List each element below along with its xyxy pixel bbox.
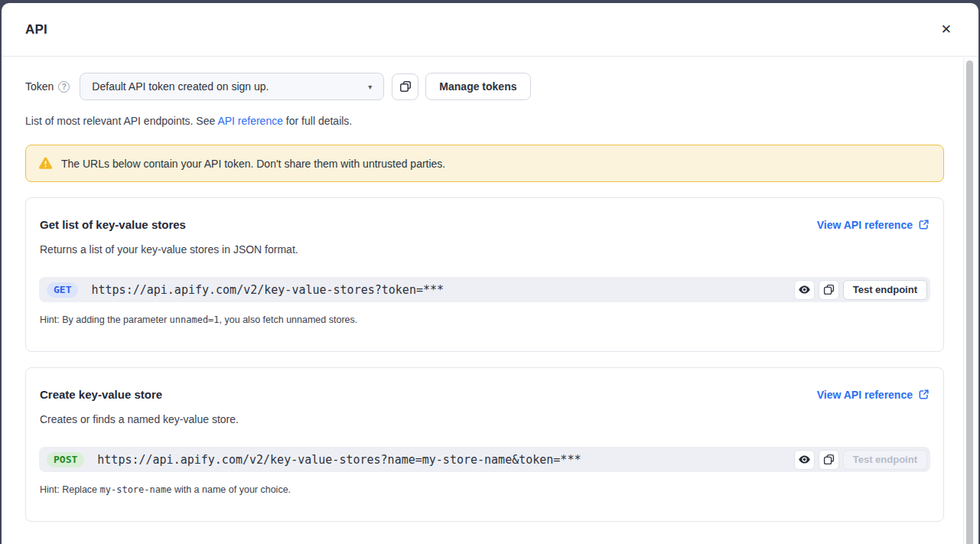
copy-url-button[interactable] — [819, 280, 839, 300]
page-title: API — [25, 22, 47, 37]
modal-body: Token ? Default API token created on sig… — [2, 57, 978, 522]
copy-icon — [823, 454, 835, 465]
copy-token-button[interactable] — [392, 73, 418, 100]
api-reference-link[interactable]: API reference — [217, 115, 283, 127]
copy-url-button[interactable] — [819, 450, 839, 470]
copy-icon — [823, 284, 835, 295]
token-label: Token — [25, 80, 54, 93]
method-badge: POST — [47, 452, 84, 467]
card-description: Creates or finds a named key-value store… — [39, 413, 930, 425]
eye-icon — [798, 283, 811, 296]
view-api-reference-link[interactable]: View API reference — [817, 389, 930, 401]
test-endpoint-button[interactable]: Test endpoint — [843, 450, 927, 470]
hint-code: unnamed=1 — [170, 314, 220, 325]
card-title: Create key-value store — [40, 388, 162, 401]
close-button[interactable]: ✕ — [938, 20, 955, 39]
endpoint-url-bar: GET https://api.apify.com/v2/key-value-s… — [39, 277, 930, 302]
token-row: Token ? Default API token created on sig… — [25, 73, 944, 100]
close-icon: ✕ — [941, 22, 952, 37]
chevron-down-icon: ▾ — [368, 83, 372, 91]
card-hint: Hint: Replace my-store-name with a name … — [39, 484, 930, 495]
api-modal: API ✕ Token ? Default API token created … — [2, 3, 978, 544]
manage-tokens-button[interactable]: Manage tokens — [425, 73, 530, 100]
endpoint-url-bar: POST https://api.apify.com/v2/key-value-… — [39, 447, 930, 472]
modal-header: API ✕ — [2, 3, 978, 57]
card-hint: Hint: By adding the parameter unnamed=1,… — [39, 314, 930, 325]
endpoint-url: https://api.apify.com/v2/key-value-store… — [97, 453, 793, 467]
card-description: Returns a list of your key-value stores … — [39, 243, 930, 256]
scrollbar-track — [963, 57, 975, 544]
endpoint-card-get-list: Get list of key-value stores View API re… — [25, 197, 944, 352]
card-title: Get list of key-value stores — [40, 218, 186, 231]
endpoint-url: https://api.apify.com/v2/key-value-store… — [91, 283, 793, 297]
reveal-token-button[interactable] — [794, 450, 815, 470]
intro-text: List of most relevant API endpoints. See… — [25, 115, 944, 127]
token-select-value: Default API token created on sign up. — [92, 80, 269, 93]
help-circle-icon[interactable]: ? — [58, 81, 70, 93]
eye-icon — [798, 453, 811, 466]
token-select[interactable]: Default API token created on sign up. ▾ — [80, 73, 384, 100]
view-api-reference-link[interactable]: View API reference — [817, 219, 930, 231]
copy-icon — [399, 80, 412, 93]
warning-banner: The URLs below contain your API token. D… — [25, 145, 944, 182]
warning-text: The URLs below contain your API token. D… — [61, 158, 445, 170]
test-endpoint-button[interactable]: Test endpoint — [843, 280, 927, 300]
external-link-icon — [918, 389, 930, 400]
endpoint-card-create-store: Create key-value store View API referenc… — [25, 367, 944, 522]
method-badge: GET — [47, 282, 78, 298]
reveal-token-button[interactable] — [794, 280, 815, 300]
hint-code: my-store-name — [100, 484, 172, 495]
warning-triangle-icon — [38, 157, 53, 170]
external-link-icon — [918, 219, 930, 230]
scrollbar-thumb[interactable] — [966, 60, 973, 544]
